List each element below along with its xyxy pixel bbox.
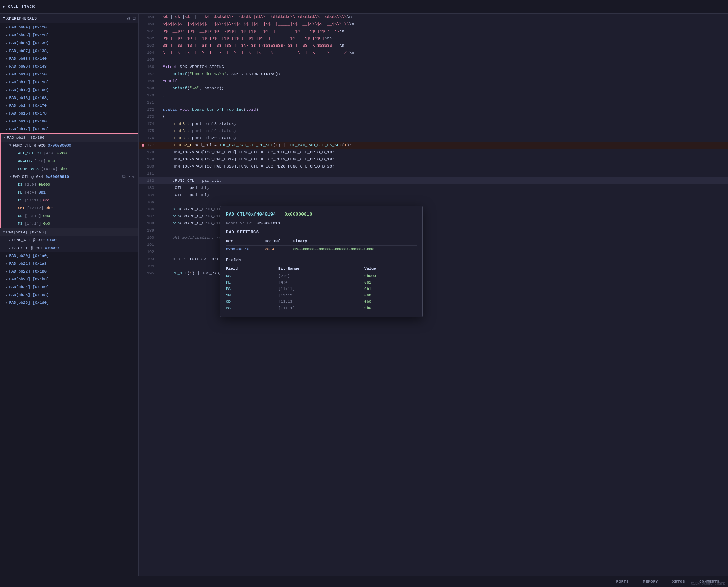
edit-icon[interactable]: ✎ — [132, 174, 135, 180]
pad-pb24[interactable]: ▶PAD[pb24] [0x1c0] — [0, 283, 138, 291]
tooltip-section-title: PAD SETTINGS — [226, 230, 417, 235]
refresh-icon[interactable]: ↺ — [127, 16, 130, 21]
pad-pb17[interactable]: ▶PAD[pb17] [0x188] — [0, 125, 138, 133]
tooltip-reset: Reset Value: 0x00001010 — [226, 221, 417, 226]
code-line-175: 175 uint8_t port_pin19_status; — [139, 127, 728, 134]
refresh2-icon[interactable]: ↺ — [128, 174, 130, 180]
col-decimal: Decimal — [265, 238, 293, 246]
field-ps: PS [11:11] 0b1 — [1, 196, 138, 204]
xperipherals-header[interactable]: ▼ XPERIPHERALS ↺ ⊡ — [0, 14, 138, 23]
pad-ctl-header[interactable]: ▼ PAD_CTL @ 0x4 0x00000810 ⧉ ↺ ✎ — [1, 173, 138, 181]
code-editor[interactable]: 159 $$ | $$ |$$ | $$ $$$$$$\\ $$$$$ |$$\… — [139, 14, 728, 576]
tab-ports[interactable]: PORTS — [613, 578, 632, 585]
col-binary: Binary — [293, 238, 417, 246]
field-row: OD [13:13] 0b0 — [226, 298, 417, 305]
field-name: OD — [226, 298, 278, 305]
code-line-167: 167 printf("hpm_sdk: %s\n", SDK_VERSION_… — [139, 70, 728, 78]
pad-pb13[interactable]: ▶PAD[pb13] [0x168] — [0, 94, 138, 102]
field-value: 0b000 — [364, 273, 417, 279]
code-line-181: 181 — [139, 170, 728, 177]
col-value: Value — [364, 266, 417, 273]
field-name: DS — [226, 273, 278, 279]
copy-icon[interactable]: ⧉ — [122, 174, 126, 180]
fields-title: Fields — [226, 258, 417, 263]
pad-list-top: ▶PAD[pb04] [0x120] ▶PAD[pb05] [0x128] ▶P… — [0, 23, 138, 133]
tooltip-popup: PAD_CTL@0xf4040194 0x00000810 Reset Valu… — [220, 206, 423, 317]
code-line-177: 177 uint32_t pad_ctl = IOC_PAD_PAD_CTL_P… — [139, 142, 728, 149]
pb19-sub: ▶ FUNC_CTL @ 0x0 0x00 ▶ PAD_CTL @ 0x4 0x… — [0, 236, 138, 252]
pad-pb12[interactable]: ▶PAD[pb12] [0x160] — [0, 86, 138, 94]
code-line-159: 159 $$ | $$ |$$ | $$ $$$$$$\\ $$$$$ |$$\… — [139, 14, 728, 21]
pad-pb08[interactable]: ▶PAD[pb08] [0x140] — [0, 55, 138, 63]
pad-pb04[interactable]: ▶PAD[pb04] [0x120] — [0, 23, 138, 31]
pad-pb10[interactable]: ▶PAD[pb10] [0x150] — [0, 70, 138, 78]
pad-pb21[interactable]: ▶PAD[pb21] [0x1a8] — [0, 260, 138, 268]
tab-xrtos[interactable]: XRTOS — [670, 578, 688, 585]
hex-val: 0x00000810 — [226, 246, 265, 253]
tooltip-title: PAD_CTL@0xf4040194 0x00000810 — [226, 212, 417, 217]
field-ms: MS [14:14] 0b0 — [1, 220, 138, 228]
field-value: 0b0 — [364, 305, 417, 311]
field-name: PS — [226, 286, 278, 292]
bin-val: 0b000000000000000000000001000000010000 — [293, 246, 417, 253]
field-range: [11:11] — [278, 286, 364, 292]
code-line-165: 165 — [139, 56, 728, 63]
pb19-func-ctl[interactable]: ▶ FUNC_CTL @ 0x0 0x00 — [0, 236, 138, 244]
layout-icon[interactable]: ⊡ — [133, 16, 136, 21]
pad-list-bottom: ▶PAD[pb20] [0x1a0] ▶PAD[pb21] [0x1a8] ▶P… — [0, 252, 138, 307]
field-ds: DS [2:0] 0b000 — [1, 181, 138, 189]
pad-pb07[interactable]: ▶PAD[pb07] [0x138] — [0, 47, 138, 55]
pad-pb15[interactable]: ▶PAD[pb15] [0x178] — [0, 110, 138, 117]
code-line-179: 179 HPM_IOC->PAD[IOC_PAD_PB19].FUNC_CTL … — [139, 156, 728, 163]
pad-pb26[interactable]: ▶PAD[pb26] [0x1d0] — [0, 299, 138, 307]
pad-ctl-section: ▼ PAD_CTL @ 0x4 0x00000810 ⧉ ↺ ✎ DS [2:0… — [1, 173, 138, 228]
reset-val: 0x00001010 — [257, 221, 280, 226]
pad-pb25[interactable]: ▶PAD[pb25] [0x1c8] — [0, 291, 138, 299]
func-ctl-section: ▼ FUNC_CTL @ 0x0 0x00000000 ALT_SELECT [… — [1, 142, 138, 173]
field-od: OD [13:13] 0b0 — [1, 212, 138, 220]
code-line-185: 185 — [139, 199, 728, 206]
tooltip-table: Hex Decimal Binary 0x00000810 2064 0b000… — [226, 238, 417, 253]
code-line-164: 164 \__| \__|\__| \__| \__| \__| \__|\__… — [139, 49, 728, 56]
pad-pb22[interactable]: ▶PAD[pb22] [0x1b0] — [0, 268, 138, 275]
pad-pb11[interactable]: ▶PAD[pb11] [0x158] — [0, 78, 138, 86]
tooltip-table-row: 0x00000810 2064 0b0000000000000000000000… — [226, 246, 417, 253]
field-range: [13:13] — [278, 298, 364, 305]
code-line-161: 161 $$ __$$\ |$$ __$$< $$ \$$$$ $$ |$$ |… — [139, 28, 728, 35]
pad-pb18[interactable]: ▼ PAD[pb18] [0x190] — [1, 134, 138, 142]
pb19-pad-ctl[interactable]: ▶ PAD_CTL @ 0x4 0x0000 — [0, 244, 138, 252]
field-name: PE — [226, 279, 278, 286]
pad-pb14[interactable]: ▶PAD[pb14] [0x170] — [0, 102, 138, 110]
field-analog: ANALOG [8:8] 0b0 — [1, 157, 138, 165]
xperipherals-icons: ↺ ⊡ — [127, 16, 136, 21]
header-title: CALL STACK — [8, 5, 35, 9]
code-line-184: 184 _CTL = pad_ctl; — [139, 191, 728, 199]
field-row: PS [11:11] 0b1 — [226, 286, 417, 292]
code-line-168: 168 #endif — [139, 78, 728, 85]
code-line-182: 182 .FUNC_CTL = pad_ctl; — [139, 177, 728, 184]
fields-table: Field Bit-Range Value DS [2:0] 0b000 PE … — [226, 266, 417, 311]
code-line-169: 169 printf("%s", banner); — [139, 85, 728, 92]
pad-pb20[interactable]: ▶PAD[pb20] [0x1a0] — [0, 252, 138, 260]
pad-pb09[interactable]: ▶PAD[pb09] [0x148] — [0, 63, 138, 70]
sidebar: ▼ XPERIPHERALS ↺ ⊡ ▶PAD[pb04] [0x120] ▶P… — [0, 14, 139, 576]
col-hex: Hex — [226, 238, 265, 246]
pad-pb06[interactable]: ▶PAD[pb06] [0x130] — [0, 39, 138, 47]
field-alt-select: ALT_SELECT [4:0] 0x00 — [1, 149, 138, 157]
pad-pb16[interactable]: ▶PAD[pb16] [0x180] — [0, 117, 138, 125]
reg-name: PAD_CTL@0xf4040194 — [226, 212, 276, 217]
field-value: 0b1 — [364, 279, 417, 286]
pad-pb19[interactable]: ▼ PAD[pb19] [0x198] — [0, 228, 138, 236]
field-row: SMT [12:12] 0b0 — [226, 292, 417, 298]
call-stack-header: ▶ CALL STACK — [0, 0, 728, 14]
pad-pb23[interactable]: ▶PAD[pb23] [0x1b8] — [0, 275, 138, 283]
col-field: Field — [226, 266, 278, 273]
field-value: 0b0 — [364, 298, 417, 305]
code-line-173: 173 { — [139, 113, 728, 120]
func-ctl-header[interactable]: ▼ FUNC_CTL @ 0x0 0x00000000 — [1, 142, 138, 149]
field-row: PE [4:4] 0b1 — [226, 279, 417, 286]
field-name: SMT — [226, 292, 278, 298]
pad-pb05[interactable]: ▶PAD[pb05] [0x128] — [0, 31, 138, 39]
field-smt: SMT [12:12] 0b0 — [1, 204, 138, 212]
tab-memory[interactable]: MEMORY — [640, 578, 661, 585]
